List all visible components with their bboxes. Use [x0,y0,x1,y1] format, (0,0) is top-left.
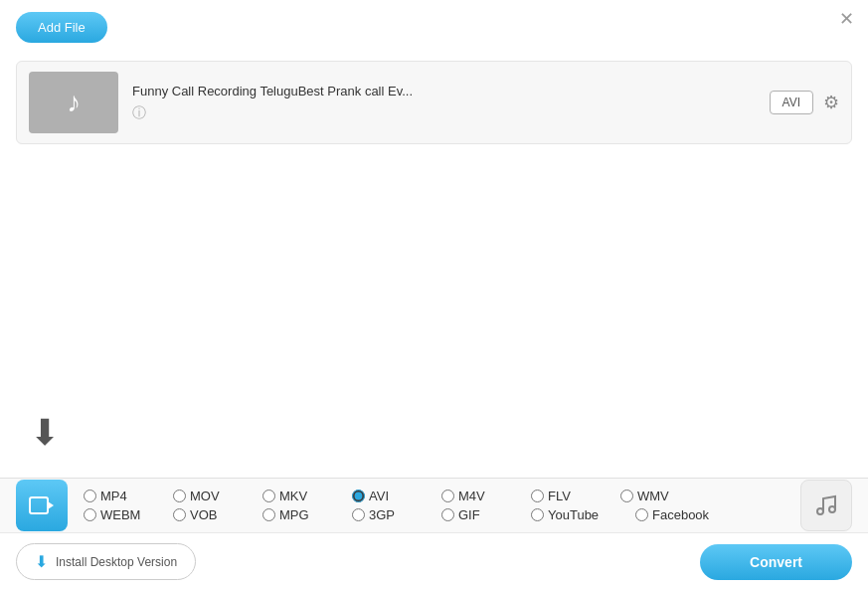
svg-point-2 [817,508,823,514]
radio-gif[interactable] [441,508,454,521]
radio-mkv[interactable] [262,490,275,502]
label-mpg: MPG [279,507,309,522]
down-arrow-icon: ⬇ [30,415,60,451]
download-icon: ⬇ [35,552,48,571]
label-mov: MOV [190,489,220,503]
label-avi: AVI [369,489,389,503]
bottom-section: MP4 MOV MKV AVI M4V [0,478,868,590]
radio-webm[interactable] [84,508,96,521]
radio-flv[interactable] [531,490,544,502]
radio-mpg[interactable] [262,508,275,521]
format-option-webm[interactable]: WEBM [84,507,173,522]
radio-avi[interactable] [352,490,365,502]
label-youtube: YouTube [548,507,599,522]
video-tab[interactable] [16,480,68,531]
label-flv: FLV [548,489,571,503]
top-bar: Add File [0,0,868,55]
format-option-3gp[interactable]: 3GP [352,507,441,522]
settings-button[interactable]: ⚙ [823,92,839,113]
file-list: ♪ Funny Call Recording TeluguBest Prank … [0,55,868,150]
label-vob: VOB [190,507,217,522]
radio-vob[interactable] [173,508,186,521]
format-option-mp4[interactable]: MP4 [84,489,173,503]
format-badge[interactable]: AVI [770,91,813,114]
format-option-youtube[interactable]: YouTube [531,507,635,522]
add-file-button[interactable]: Add File [16,12,107,43]
convert-button[interactable]: Convert [700,544,852,580]
svg-point-3 [829,506,835,512]
action-bar: ⬇ Install Desktop Version Convert [0,533,868,590]
file-info: Funny Call Recording TeluguBest Prank ca… [132,84,756,122]
radio-facebook[interactable] [635,508,648,521]
format-options: MP4 MOV MKV AVI M4V [84,479,784,532]
label-wmv: WMV [637,489,669,503]
install-button[interactable]: ⬇ Install Desktop Version [16,543,196,580]
audio-tab[interactable] [800,480,852,531]
radio-3gp[interactable] [352,508,365,521]
file-name: Funny Call Recording TeluguBest Prank ca… [132,84,756,98]
info-icon[interactable]: ⓘ [132,104,146,120]
label-3gp: 3GP [369,507,395,522]
audio-icon [814,493,838,517]
file-item: ♪ Funny Call Recording TeluguBest Prank … [16,61,852,144]
radio-mp4[interactable] [84,490,96,502]
svg-rect-0 [30,497,48,513]
format-option-gif[interactable]: GIF [441,507,531,522]
radio-mov[interactable] [173,490,186,502]
arrow-area: ⬇ [30,415,60,451]
label-webm: WEBM [100,507,140,522]
format-row-1: MP4 MOV MKV AVI M4V [84,489,784,503]
format-option-mkv[interactable]: MKV [262,489,352,503]
format-option-facebook[interactable]: Facebook [635,507,740,522]
music-icon: ♪ [67,87,81,118]
middle-area [0,150,868,389]
label-mkv: MKV [279,489,307,503]
radio-youtube[interactable] [531,508,544,521]
radio-wmv[interactable] [620,490,633,502]
video-icon [28,492,56,519]
install-label: Install Desktop Version [56,555,177,569]
format-option-m4v[interactable]: M4V [441,489,531,503]
radio-m4v[interactable] [441,490,454,502]
format-option-mpg[interactable]: MPG [262,507,352,522]
label-m4v: M4V [458,489,485,503]
format-option-wmv[interactable]: WMV [620,489,710,503]
svg-marker-1 [48,501,54,509]
file-actions: AVI ⚙ [770,91,839,114]
format-option-avi[interactable]: AVI [352,489,441,503]
label-facebook: Facebook [652,507,709,522]
format-option-vob[interactable]: VOB [173,507,262,522]
label-mp4: MP4 [100,489,127,503]
label-gif: GIF [458,507,480,522]
format-row-2: WEBM VOB MPG 3GP GIF [84,507,784,522]
close-button[interactable]: ✕ [839,10,854,28]
format-option-flv[interactable]: FLV [531,489,620,503]
format-option-mov[interactable]: MOV [173,489,262,503]
format-bar: MP4 MOV MKV AVI M4V [0,479,868,533]
file-thumbnail: ♪ [29,72,118,133]
